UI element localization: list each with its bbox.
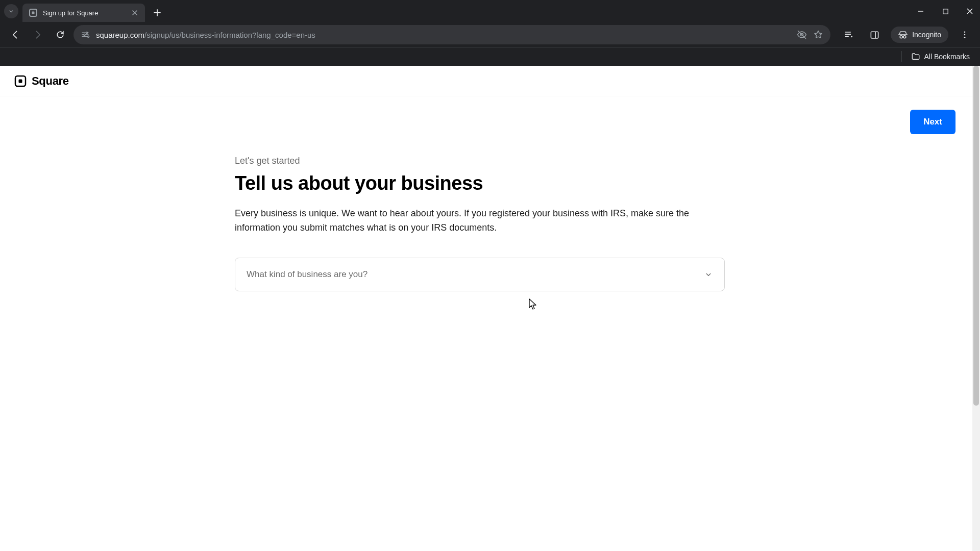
business-type-field: What kind of business are you? bbox=[235, 258, 725, 291]
browser-menu-button[interactable] bbox=[955, 26, 974, 44]
folder-icon bbox=[911, 52, 920, 61]
plus-icon bbox=[154, 9, 161, 16]
chevron-down-icon bbox=[704, 270, 713, 279]
svg-point-4 bbox=[84, 34, 85, 36]
site-info-button[interactable] bbox=[81, 30, 90, 39]
svg-rect-1 bbox=[32, 12, 35, 14]
brand-name: Square bbox=[32, 74, 69, 88]
chevron-down-icon bbox=[8, 8, 15, 15]
tab-close-button[interactable] bbox=[131, 9, 139, 17]
eye-off-icon bbox=[797, 30, 807, 40]
svg-point-10 bbox=[964, 31, 966, 33]
svg-point-12 bbox=[964, 37, 966, 38]
minimize-icon bbox=[917, 8, 924, 15]
svg-point-3 bbox=[86, 32, 88, 34]
kicker-text: Let's get started bbox=[235, 156, 720, 166]
reload-button[interactable] bbox=[51, 26, 69, 44]
incognito-icon bbox=[898, 30, 908, 40]
arrow-right-icon bbox=[33, 30, 43, 40]
tab-search-button[interactable] bbox=[4, 4, 18, 18]
kebab-icon bbox=[960, 30, 969, 39]
svg-rect-14 bbox=[19, 79, 22, 83]
square-logo-icon bbox=[14, 75, 27, 87]
window-maximize-button[interactable] bbox=[939, 5, 951, 17]
browser-chrome: Sign up for Square bbox=[0, 0, 980, 66]
window-close-button[interactable] bbox=[964, 5, 976, 17]
back-button[interactable] bbox=[6, 26, 24, 44]
media-control-button[interactable] bbox=[840, 26, 858, 44]
close-icon bbox=[966, 8, 973, 15]
scrollbar-thumb[interactable] bbox=[973, 66, 979, 406]
page-headline: Tell us about your business bbox=[235, 172, 720, 194]
incognito-label: Incognito bbox=[912, 31, 941, 39]
business-type-placeholder: What kind of business are you? bbox=[247, 269, 368, 280]
new-tab-button[interactable] bbox=[150, 6, 164, 20]
close-icon bbox=[132, 10, 138, 16]
cursor-icon bbox=[529, 298, 538, 311]
maximize-icon bbox=[942, 8, 949, 15]
panel-icon bbox=[870, 30, 879, 40]
arrow-left-icon bbox=[10, 30, 20, 40]
incognito-indicator[interactable]: Incognito bbox=[891, 27, 948, 43]
page-content: Square Next Let's get started Tell us ab… bbox=[0, 66, 980, 551]
browser-tab[interactable]: Sign up for Square bbox=[22, 4, 145, 22]
favicon-icon bbox=[29, 8, 38, 17]
star-icon bbox=[813, 30, 823, 40]
next-button[interactable]: Next bbox=[910, 110, 955, 134]
svg-point-5 bbox=[88, 36, 89, 37]
svg-rect-7 bbox=[871, 32, 878, 38]
window-controls bbox=[915, 0, 976, 22]
browser-toolbar: squareup.com/signup/us/business-informat… bbox=[0, 22, 980, 47]
form-content: Let's get started Tell us about your bus… bbox=[235, 145, 720, 291]
side-panel-button[interactable] bbox=[865, 26, 884, 44]
svg-point-11 bbox=[964, 34, 966, 36]
tab-strip: Sign up for Square bbox=[0, 0, 980, 22]
divider bbox=[901, 51, 902, 62]
address-bar[interactable]: squareup.com/signup/us/business-informat… bbox=[74, 25, 830, 44]
all-bookmarks-label: All Bookmarks bbox=[924, 53, 970, 61]
bookmark-button[interactable] bbox=[813, 30, 823, 40]
toggle-tracking-button[interactable] bbox=[797, 30, 807, 40]
url-text: squareup.com/signup/us/business-informat… bbox=[96, 31, 791, 39]
url-domain: squareup.com bbox=[96, 31, 144, 39]
reload-icon bbox=[55, 30, 65, 40]
bookmarks-bar: All Bookmarks bbox=[0, 47, 980, 66]
square-logo[interactable]: Square bbox=[14, 74, 69, 88]
action-row: Next bbox=[0, 96, 980, 145]
svg-point-8 bbox=[900, 36, 902, 38]
all-bookmarks-button[interactable]: All Bookmarks bbox=[911, 52, 970, 61]
url-path: /signup/us/business-information?lang_cod… bbox=[144, 31, 315, 39]
svg-point-9 bbox=[903, 36, 906, 38]
app-header: Square bbox=[0, 66, 980, 96]
window-minimize-button[interactable] bbox=[915, 5, 927, 17]
page-description: Every business is unique. We want to hea… bbox=[235, 207, 704, 235]
svg-rect-2 bbox=[943, 9, 947, 13]
playlist-icon bbox=[844, 30, 854, 40]
scrollbar[interactable] bbox=[972, 66, 980, 551]
tab-title: Sign up for Square bbox=[43, 9, 126, 17]
toolbar-right: Incognito bbox=[840, 26, 974, 44]
business-type-select[interactable]: What kind of business are you? bbox=[235, 258, 725, 291]
tune-icon bbox=[81, 30, 90, 39]
forward-button[interactable] bbox=[29, 26, 47, 44]
